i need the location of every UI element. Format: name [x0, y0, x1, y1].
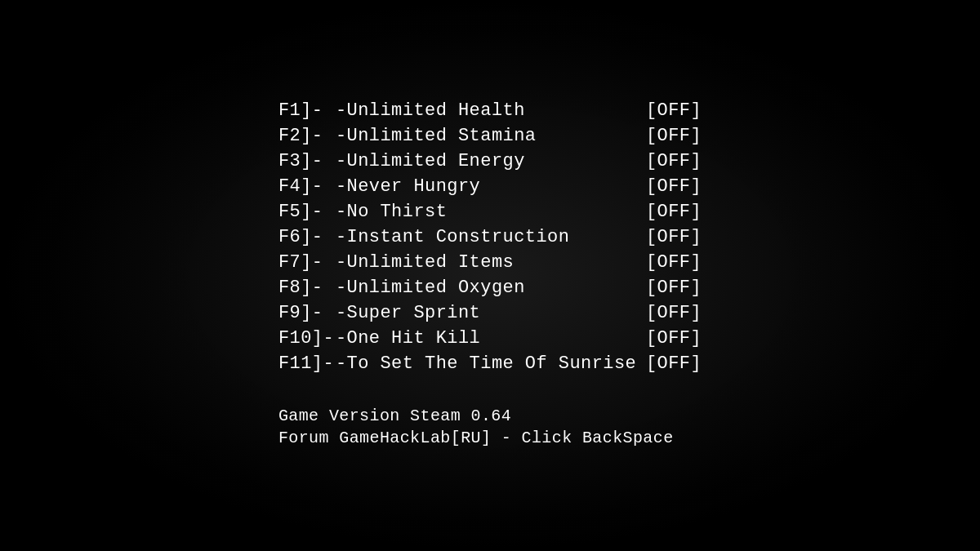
cheat-status: [OFF] — [646, 227, 702, 247]
cheat-item: F9]--Super Sprint[OFF] — [278, 303, 702, 323]
cheat-name: -Unlimited Oxygen — [336, 278, 646, 298]
cheat-item: F1]--Unlimited Health[OFF] — [278, 100, 702, 121]
cheat-item: F3]--Unlimited Energy[OFF] — [278, 151, 702, 171]
cheat-name: -Instant Construction — [336, 227, 646, 247]
cheat-name: -Never Hungry — [336, 176, 646, 197]
cheat-status: [OFF] — [646, 126, 702, 146]
cheat-name: -To Set The Time Of Sunrise — [336, 353, 646, 374]
cheat-item: F4]--Never Hungry[OFF] — [278, 176, 702, 197]
cheat-key: F5]- — [278, 202, 336, 222]
forum-text: Forum GameHackLab[RU] - Click BackSpace — [278, 429, 702, 447]
cheat-key: F9]- — [278, 303, 336, 323]
cheat-item: F8]--Unlimited Oxygen[OFF] — [278, 278, 702, 298]
footer: Game Version Steam 0.64 Forum GameHackLa… — [278, 407, 702, 447]
cheat-name: -Unlimited Items — [336, 252, 646, 273]
cheat-status: [OFF] — [646, 202, 702, 222]
cheat-key: F6]- — [278, 227, 336, 247]
cheat-status: [OFF] — [646, 100, 702, 121]
cheat-name: -No Thirst — [336, 202, 646, 222]
cheat-name: -Unlimited Stamina — [336, 126, 646, 146]
cheat-item: F10]--One Hit Kill[OFF] — [278, 328, 702, 349]
cheat-key: F8]- — [278, 278, 336, 298]
cheat-key: F7]- — [278, 252, 336, 273]
cheat-item: F2]--Unlimited Stamina[OFF] — [278, 126, 702, 146]
cheat-status: [OFF] — [646, 176, 702, 197]
cheat-status: [OFF] — [646, 303, 702, 323]
cheat-name: -One Hit Kill — [336, 328, 646, 349]
main-content: F1]--Unlimited Health[OFF]F2]--Unlimited… — [229, 68, 751, 483]
cheat-name: -Unlimited Health — [336, 100, 646, 121]
cheat-key: F10]- — [278, 328, 336, 349]
cheat-name: -Unlimited Energy — [336, 151, 646, 171]
cheat-status: [OFF] — [646, 151, 702, 171]
version-text: Game Version Steam 0.64 — [278, 407, 702, 425]
cheat-status: [OFF] — [646, 353, 702, 374]
cheat-key: F3]- — [278, 151, 336, 171]
cheat-key: F2]- — [278, 126, 336, 146]
cheat-item: F5]--No Thirst[OFF] — [278, 202, 702, 222]
cheat-list: F1]--Unlimited Health[OFF]F2]--Unlimited… — [278, 100, 702, 374]
cheat-key: F1]- — [278, 100, 336, 121]
cheat-status: [OFF] — [646, 328, 702, 349]
cheat-key: F4]- — [278, 176, 336, 197]
cheat-key: F11]- — [278, 353, 336, 374]
cheat-item: F6]--Instant Construction[OFF] — [278, 227, 702, 247]
cheat-item: F7]--Unlimited Items[OFF] — [278, 252, 702, 273]
cheat-status: [OFF] — [646, 252, 702, 273]
cheat-status: [OFF] — [646, 278, 702, 298]
cheat-item: F11]--To Set The Time Of Sunrise[OFF] — [278, 353, 702, 374]
screen: F1]--Unlimited Health[OFF]F2]--Unlimited… — [0, 0, 980, 551]
cheat-name: -Super Sprint — [336, 303, 646, 323]
